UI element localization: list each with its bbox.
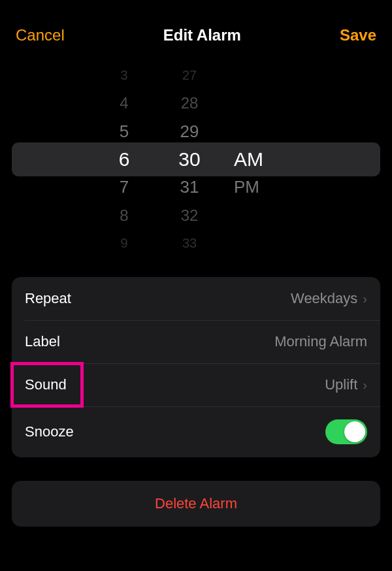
snooze-label: Snooze bbox=[25, 423, 74, 440]
ampm-option-selected[interactable]: AM bbox=[234, 146, 301, 174]
minute-option[interactable]: 33 bbox=[157, 229, 222, 257]
minute-option[interactable]: 32 bbox=[157, 201, 222, 229]
toggle-knob bbox=[344, 421, 365, 442]
cancel-button[interactable]: Cancel bbox=[16, 26, 65, 44]
label-row[interactable]: Label Morning Alarm bbox=[12, 320, 380, 363]
repeat-row[interactable]: Repeat Weekdays › bbox=[12, 277, 380, 320]
save-button[interactable]: Save bbox=[340, 26, 376, 44]
minute-option[interactable]: 27 bbox=[157, 61, 222, 90]
sound-label: Sound bbox=[25, 376, 67, 393]
modal-header: Cancel Edit Alarm Save bbox=[0, 0, 392, 60]
chevron-right-icon: › bbox=[363, 378, 367, 393]
label-value: Morning Alarm bbox=[274, 333, 367, 350]
snooze-row: Snooze bbox=[12, 406, 380, 457]
ampm-option[interactable]: PM bbox=[234, 173, 301, 201]
sound-value: Uplift bbox=[325, 376, 357, 393]
hour-option-selected[interactable]: 6 bbox=[91, 146, 157, 174]
snooze-toggle[interactable] bbox=[325, 419, 367, 444]
repeat-label: Repeat bbox=[25, 290, 71, 307]
chevron-right-icon: › bbox=[363, 291, 367, 306]
hour-option[interactable]: 8 bbox=[91, 201, 157, 229]
sound-row[interactable]: Sound Uplift › bbox=[12, 363, 380, 406]
label-label: Label bbox=[25, 333, 60, 350]
repeat-value: Weekdays bbox=[291, 290, 357, 307]
minute-option-selected[interactable]: 30 bbox=[157, 146, 222, 174]
modal-title: Edit Alarm bbox=[163, 26, 241, 44]
minute-option[interactable]: 31 bbox=[157, 173, 222, 201]
hour-option[interactable]: 3 bbox=[91, 61, 157, 90]
alarm-settings-list: Repeat Weekdays › Label Morning Alarm So… bbox=[12, 277, 380, 457]
hour-option[interactable]: 4 bbox=[91, 90, 157, 118]
hour-option[interactable]: 9 bbox=[91, 229, 157, 257]
hour-wheel[interactable]: 3 4 5 6 7 8 9 bbox=[91, 61, 157, 257]
hour-option[interactable]: 5 bbox=[91, 118, 157, 146]
delete-alarm-button[interactable]: Delete Alarm bbox=[12, 481, 380, 527]
hour-option[interactable]: 7 bbox=[91, 173, 157, 201]
minute-option[interactable]: 28 bbox=[157, 90, 222, 118]
minute-wheel[interactable]: 27 28 29 30 31 32 33 bbox=[157, 61, 222, 257]
minute-option[interactable]: 29 bbox=[157, 118, 222, 146]
time-picker[interactable]: 3 4 5 6 7 8 9 27 28 29 30 31 32 33 . . .… bbox=[0, 61, 392, 257]
ampm-wheel[interactable]: . . . AM PM . . bbox=[222, 61, 301, 257]
